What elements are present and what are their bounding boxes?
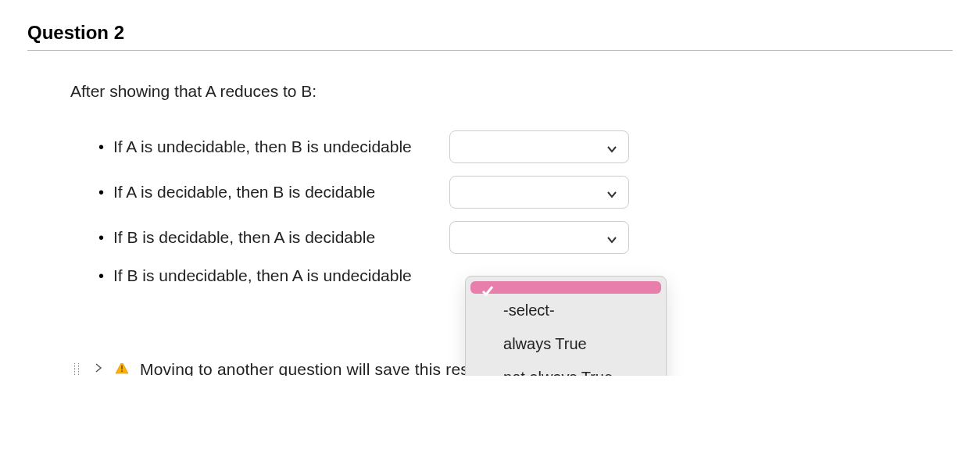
statement-text: If B is undecidable, then A is undecidab…: [113, 266, 434, 285]
bullet-icon: •: [98, 184, 104, 200]
chevron-down-icon: [606, 232, 617, 243]
answer-dropdown-open: -select- always True not always True: [465, 276, 667, 376]
chevron-down-icon: [606, 141, 617, 152]
dropdown-option-label: not always True: [503, 369, 613, 376]
drag-handle-icon: [74, 363, 79, 376]
bullet-icon: •: [98, 230, 104, 245]
answer-select-wrapper: [449, 130, 629, 163]
answer-select[interactable]: [449, 221, 629, 254]
svg-rect-1: [121, 366, 123, 370]
statement-text: If A is undecidable, then B is undecidab…: [113, 137, 434, 156]
statement-row: • If A is undecidable, then B is undecid…: [98, 130, 953, 163]
statement-row: • If B is undecidable, then A is undecid…: [98, 266, 953, 285]
question-header: Question 2: [27, 0, 953, 51]
answer-select-wrapper: [449, 221, 629, 254]
save-warning-text: Moving to another question will save thi…: [140, 363, 519, 376]
answer-select-wrapper: [449, 176, 629, 209]
question-body: After showing that A reduces to B: • If …: [27, 51, 953, 285]
answer-select[interactable]: [449, 130, 629, 163]
bullet-icon: •: [98, 268, 104, 284]
dropdown-option[interactable]: not always True: [470, 361, 661, 376]
warning-icon: [115, 363, 129, 376]
dropdown-option-label: -select-: [503, 302, 555, 319]
dropdown-option-label: always True: [503, 335, 587, 352]
question-prompt: After showing that A reduces to B:: [70, 82, 953, 101]
svg-rect-2: [121, 370, 123, 372]
dropdown-option[interactable]: -select-: [470, 294, 661, 327]
statement-text: If B is decidable, then A is decidable: [113, 228, 434, 247]
statement-row: • If A is decidable, then B is decidable: [98, 176, 953, 209]
answer-select[interactable]: [449, 176, 629, 209]
statement-row: • If B is decidable, then A is decidable: [98, 221, 953, 254]
dropdown-option[interactable]: [470, 281, 661, 294]
statement-text: If A is decidable, then B is decidable: [113, 183, 434, 202]
check-icon: [481, 281, 494, 294]
dropdown-option[interactable]: always True: [470, 327, 661, 361]
bullet-icon: •: [98, 139, 104, 155]
chevron-down-icon: [606, 187, 617, 198]
statements-list: • If A is undecidable, then B is undecid…: [70, 130, 953, 285]
arrow-right-icon: [93, 363, 104, 376]
